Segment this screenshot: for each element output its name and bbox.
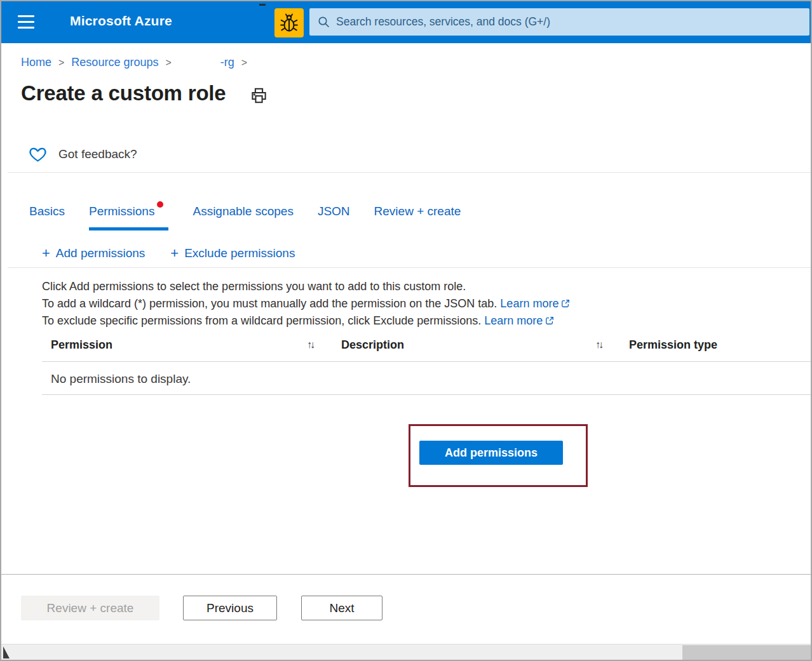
bug-extension-button[interactable]: [274, 8, 304, 37]
instructions-text: Click Add permissions to select the perm…: [42, 278, 570, 330]
got-feedback-button[interactable]: Got feedback?: [29, 145, 137, 163]
exclude-permissions-link[interactable]: + Exclude permissions: [170, 246, 295, 260]
chevron-right-icon: >: [165, 57, 171, 69]
add-permissions-link[interactable]: + Add permissions: [42, 246, 145, 260]
chevron-right-icon: >: [58, 57, 64, 69]
search-input[interactable]: [336, 8, 809, 36]
tab-assignable-scopes[interactable]: Assignable scopes: [193, 204, 293, 230]
breadcrumb-home[interactable]: Home: [21, 56, 51, 69]
tab-permissions[interactable]: Permissions: [89, 204, 168, 230]
plus-icon: +: [42, 246, 50, 260]
tab-review-create[interactable]: Review + create: [374, 204, 461, 230]
chevron-right-icon: >: [241, 57, 247, 69]
divider: [8, 267, 811, 268]
breadcrumb-resource-groups[interactable]: Resource groups: [71, 56, 158, 69]
bug-icon: [279, 13, 299, 33]
next-button[interactable]: Next: [301, 596, 382, 620]
column-header-permission-type: Permission type: [629, 338, 717, 352]
breadcrumb: Home > Resource groups > -rg >: [21, 56, 254, 69]
column-header-description: Description: [341, 338, 404, 352]
column-header-permission: Permission: [51, 338, 112, 352]
horizontal-scrollbar[interactable]: [1, 644, 811, 660]
external-link-icon: [561, 299, 570, 308]
title-row: Create a custom role: [21, 81, 267, 105]
unsaved-changes-badge: [157, 201, 163, 208]
divider: [1, 574, 811, 575]
print-icon[interactable]: [250, 87, 267, 104]
add-permissions-button[interactable]: Add permissions: [419, 441, 563, 465]
plus-icon: +: [170, 246, 179, 260]
previous-button[interactable]: Previous: [183, 596, 277, 620]
instruction-line-3: To exclude specific permissions from a w…: [42, 312, 570, 330]
divider: [8, 172, 811, 173]
add-permissions-link-label: Add permissions: [56, 246, 145, 260]
learn-more-link[interactable]: Learn more: [484, 314, 543, 327]
tab-permissions-label: Permissions: [89, 204, 154, 218]
empty-table-message: No permissions to display.: [51, 372, 191, 386]
instruction-line-1: Click Add permissions to select the perm…: [42, 278, 570, 295]
page-title: Create a custom role: [21, 81, 226, 105]
instruction-line-2: To add a wildcard (*) permission, you mu…: [42, 295, 570, 312]
learn-more-link[interactable]: Learn more: [500, 297, 558, 310]
hamburger-menu-icon[interactable]: [18, 15, 36, 29]
review-create-button[interactable]: Review + create: [21, 596, 159, 620]
top-bar: Microsoft Azure: [1, 1, 811, 43]
divider: [42, 361, 811, 362]
tick-mark: [259, 4, 266, 6]
app-title[interactable]: Microsoft Azure: [70, 13, 172, 29]
sort-icon[interactable]: ↑↓: [595, 339, 602, 351]
tab-basics[interactable]: Basics: [29, 204, 65, 230]
tab-json[interactable]: JSON: [318, 204, 350, 230]
breadcrumb-resource-group-name[interactable]: -rg: [220, 56, 234, 69]
search-icon: [318, 16, 330, 28]
exclude-permissions-link-label: Exclude permissions: [184, 246, 295, 260]
sort-icon[interactable]: ↑↓: [307, 339, 313, 351]
divider: [42, 394, 811, 395]
heart-icon: [29, 145, 47, 163]
command-bar: + Add permissions + Exclude permissions: [42, 246, 320, 260]
tab-strip: Basics Permissions Assignable scopes JSO…: [29, 204, 485, 230]
horizontal-scrollbar-thumb[interactable]: [682, 645, 811, 660]
permissions-table-header: Permission ↑↓ Description ↑↓ Permission …: [1, 338, 811, 355]
azure-portal-window: Microsoft Azure: [0, 0, 812, 661]
scroll-corner-glyph: [3, 646, 11, 658]
got-feedback-label: Got feedback?: [58, 147, 137, 161]
global-search: [309, 8, 809, 36]
external-link-icon: [545, 316, 554, 325]
